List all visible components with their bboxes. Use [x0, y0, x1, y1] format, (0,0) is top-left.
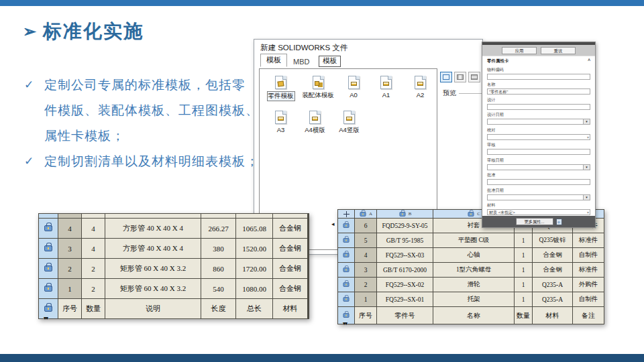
- properties-gear-icon[interactable]: o: [556, 219, 562, 225]
- tab-mbd[interactable]: MBD: [287, 57, 315, 67]
- table-cell: [201, 214, 235, 218]
- drawing-template-icon: [415, 76, 426, 89]
- template-label: A0: [350, 91, 358, 99]
- row-lock-cell[interactable]: [39, 239, 58, 258]
- column-letter-cell[interactable]: B: [377, 210, 433, 218]
- row-lock-cell[interactable]: [338, 248, 354, 262]
- table-cell: 2: [58, 259, 81, 278]
- table-cell: 1: [515, 278, 532, 292]
- column-header: 数量: [82, 299, 105, 318]
- table-cell: 2: [355, 278, 376, 292]
- template-a1[interactable]: A1: [369, 76, 403, 101]
- lock-icon: [44, 265, 52, 272]
- field-label: 审核: [487, 142, 590, 148]
- row-lock-cell[interactable]: [39, 299, 58, 318]
- slide-canvas: ➢ 标准化实施 ✓ 定制公司专属的标准模板，包括零 件模版、装配体模板、工程图模…: [0, 0, 644, 362]
- table-cell: 方形管 40 X 40 X 4: [105, 239, 201, 258]
- list-view-button[interactable]: [468, 72, 480, 82]
- template-label: A1: [382, 91, 390, 99]
- column-header: 总长: [236, 299, 272, 318]
- table-cell: GB/T 6170-2000: [377, 263, 433, 277]
- card-title: 零件属性卡: [487, 58, 509, 64]
- bullet-item: ✓ 定制公司专属的标准模板，包括零 件模版、装配体模板、工程图模板、 属性卡模板…: [24, 72, 263, 149]
- sort-arrows-icon[interactable]: ▾▾: [44, 315, 48, 321]
- bullet-item: ✓ 定制切割清单以及材料明细表模板；: [24, 149, 263, 174]
- table-cell: FQ529--SX-02: [377, 278, 433, 292]
- template-part[interactable]: 零件模板: [264, 76, 298, 101]
- page-title-text: 标准化实施: [43, 19, 144, 44]
- lock-icon: [44, 245, 52, 251]
- template-a2[interactable]: A2: [403, 76, 437, 101]
- template-a3[interactable]: A3: [264, 111, 298, 135]
- table-cell: 平垫圈 C级: [433, 233, 514, 247]
- column-letter: A: [369, 211, 372, 217]
- template-assembly[interactable]: 装配体模板: [298, 76, 338, 101]
- field-label: 名称: [487, 82, 590, 88]
- template-a4-portrait[interactable]: A4竖版: [332, 111, 366, 135]
- table-cell: 5: [355, 233, 376, 247]
- table-cell: 4: [82, 219, 105, 238]
- table-cell: FQD529-9-SY-05: [377, 219, 433, 233]
- row-lock-cell[interactable]: [338, 233, 354, 247]
- name-field[interactable]: "零件名称": [487, 88, 590, 95]
- audit-date-dropdown[interactable]: [487, 164, 590, 170]
- floating-templates-tab[interactable]: 模板: [319, 56, 341, 67]
- bullet-text: 定制公司专属的标准模板，包括零 件模版、装配体模板、工程图模板、 属性卡模板；: [44, 72, 259, 149]
- approve-date-dropdown[interactable]: [487, 194, 590, 200]
- view-mode-buttons: [440, 72, 480, 82]
- column-letter: B: [409, 211, 412, 217]
- tab-templates[interactable]: 模板: [260, 54, 287, 67]
- bottom-accent-bar: [0, 354, 644, 362]
- table-cell: 3: [58, 239, 81, 258]
- thumbnail-view-button[interactable]: [440, 72, 452, 82]
- design-date-dropdown[interactable]: [487, 119, 590, 125]
- collapse-icon[interactable]: ^: [588, 58, 590, 64]
- row-lock-cell[interactable]: [338, 292, 354, 306]
- table-cell: 1: [515, 263, 532, 277]
- approve-field[interactable]: [487, 179, 590, 185]
- table-move-handle[interactable]: [338, 210, 354, 218]
- table-cell: [105, 214, 201, 218]
- designer-field[interactable]: [487, 104, 590, 110]
- row-lock-cell[interactable]: [39, 219, 58, 238]
- table-cell: 1: [58, 279, 81, 298]
- more-properties-button[interactable]: 更多属性...: [516, 218, 553, 225]
- bullet-line: 件模版、装配体模板、工程图模板、: [44, 98, 259, 123]
- audit-field[interactable]: [487, 149, 590, 155]
- material-code-field[interactable]: [487, 74, 590, 80]
- property-card-panel: 应用 重设 零件属性卡 ^ 物料编码 名称 "零件名称" 设计 设计日期 校对 …: [482, 42, 596, 228]
- grid-view-button[interactable]: [454, 72, 466, 82]
- template-label: 装配体模板: [302, 91, 334, 100]
- table-cell: 380: [201, 239, 235, 258]
- row-lock-cell[interactable]: [39, 259, 58, 278]
- column-letter: C: [477, 211, 480, 217]
- bullet-text: 定制切割清单以及材料明细表模板；: [44, 149, 259, 174]
- table-cell: Q235-A: [533, 292, 572, 306]
- lock-icon: [44, 225, 52, 231]
- field-label: 批准: [487, 172, 590, 178]
- sort-arrows-icon[interactable]: ▾▾: [343, 320, 347, 326]
- table-cell: 1型六角螺母: [433, 263, 514, 277]
- apply-button[interactable]: 应用: [502, 47, 537, 54]
- row-lock-cell[interactable]: [338, 263, 354, 277]
- table-cell: FQ529--SX-03: [377, 248, 433, 262]
- bullet-line: 定制公司专属的标准模板，包括零: [44, 72, 259, 98]
- proofread-dropdown[interactable]: [487, 134, 590, 140]
- row-lock-cell[interactable]: [39, 279, 58, 298]
- template-a0[interactable]: A0: [338, 76, 369, 101]
- template-a4-landscape[interactable]: A4横版: [298, 111, 332, 135]
- title-arrow-icon: ➢: [23, 22, 36, 41]
- row-pointer-icon: ◂: [331, 221, 335, 227]
- lock-icon: [44, 306, 52, 312]
- row-lock-cell[interactable]: [338, 219, 354, 233]
- material-dropdown[interactable]: 材质 <未指定>: [487, 209, 590, 215]
- column-header: 备注: [573, 307, 604, 324]
- table-cell: 1: [515, 248, 532, 262]
- check-icon: ✓: [24, 72, 44, 149]
- field-label: 设计: [487, 97, 590, 103]
- row-lock-cell[interactable]: [338, 278, 354, 292]
- lock-icon: [343, 297, 350, 302]
- column-letter-cell[interactable]: A: [355, 210, 376, 218]
- table-cell: 合金钢: [273, 219, 307, 238]
- reset-button[interactable]: 重设: [541, 47, 576, 54]
